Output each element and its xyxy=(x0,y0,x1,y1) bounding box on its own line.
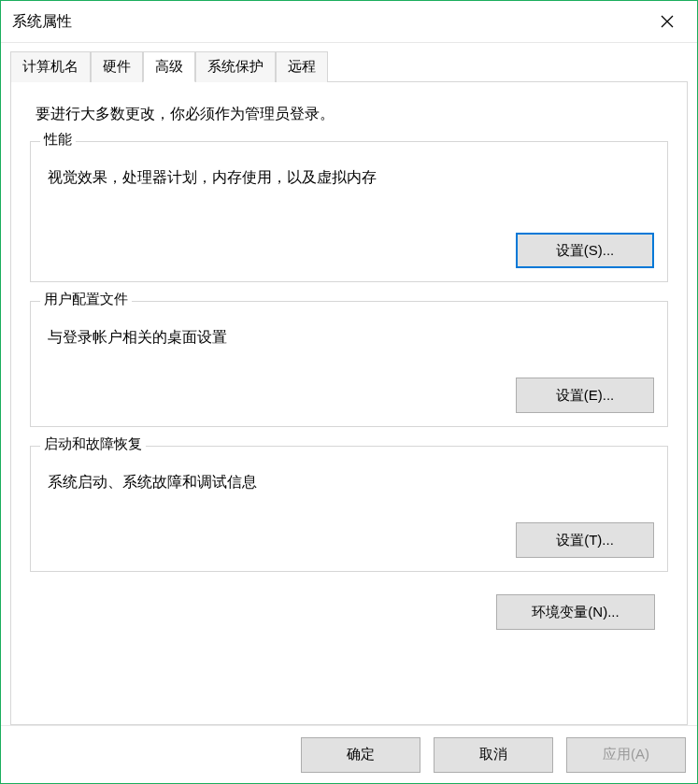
tab-strip: 计算机名 硬件 高级 系统保护 远程 xyxy=(10,50,688,81)
user-profiles-group: 用户配置文件 与登录帐户相关的桌面设置 设置(E)... xyxy=(30,301,668,427)
tab-hardware[interactable]: 硬件 xyxy=(91,51,143,82)
ok-button[interactable]: 确定 xyxy=(301,737,420,773)
tab-system-protection[interactable]: 系统保护 xyxy=(195,51,276,82)
user-profiles-settings-button[interactable]: 设置(E)... xyxy=(516,378,654,413)
apply-button[interactable]: 应用(A) xyxy=(566,737,686,773)
dialog-footer: 确定 取消 应用(A) xyxy=(1,725,697,783)
system-properties-window: 系统属性 计算机名 硬件 高级 系统保护 远程 要进行大多数更改，你必须作为管理… xyxy=(0,0,698,784)
content-area: 计算机名 硬件 高级 系统保护 远程 要进行大多数更改，你必须作为管理员登录。 … xyxy=(1,43,697,725)
close-icon xyxy=(661,15,674,28)
performance-group-title: 性能 xyxy=(40,131,76,149)
titlebar: 系统属性 xyxy=(1,1,697,43)
environment-variables-button[interactable]: 环境变量(N)... xyxy=(496,594,655,630)
cancel-button[interactable]: 取消 xyxy=(434,737,553,773)
startup-recovery-group-title: 启动和故障恢复 xyxy=(40,435,146,453)
performance-settings-button[interactable]: 设置(S)... xyxy=(516,233,654,268)
admin-notice: 要进行大多数更改，你必须作为管理员登录。 xyxy=(36,105,668,124)
close-button[interactable] xyxy=(645,5,690,38)
tab-advanced[interactable]: 高级 xyxy=(143,51,195,82)
startup-recovery-group: 启动和故障恢复 系统启动、系统故障和调试信息 设置(T)... xyxy=(30,446,668,572)
env-var-row: 环境变量(N)... xyxy=(30,594,668,630)
advanced-tab-panel: 要进行大多数更改，你必须作为管理员登录。 性能 视觉效果，处理器计划，内存使用，… xyxy=(10,81,688,725)
tab-remote[interactable]: 远程 xyxy=(276,51,328,82)
user-profiles-group-title: 用户配置文件 xyxy=(40,291,132,308)
window-title: 系统属性 xyxy=(12,12,645,32)
tab-computer-name[interactable]: 计算机名 xyxy=(10,51,91,82)
performance-group: 性能 视觉效果，处理器计划，内存使用，以及虚拟内存 设置(S)... xyxy=(30,141,668,282)
startup-recovery-settings-button[interactable]: 设置(T)... xyxy=(516,522,654,558)
startup-recovery-desc: 系统启动、系统故障和调试信息 xyxy=(48,473,654,492)
performance-desc: 视觉效果，处理器计划，内存使用，以及虚拟内存 xyxy=(48,168,654,188)
user-profiles-desc: 与登录帐户相关的桌面设置 xyxy=(48,328,654,348)
